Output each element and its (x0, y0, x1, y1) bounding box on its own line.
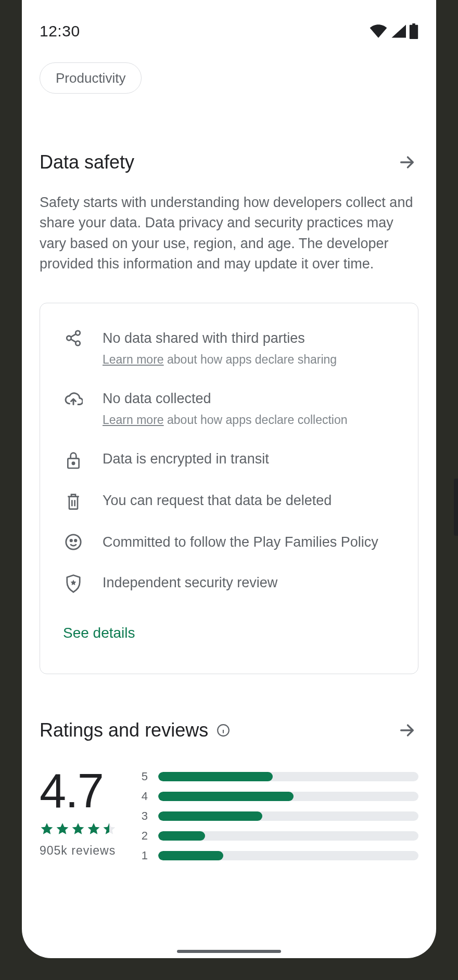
svg-point-0 (75, 330, 80, 335)
trash-icon (63, 491, 84, 511)
info-icon[interactable] (217, 724, 230, 737)
battery-icon (409, 23, 418, 39)
star-icon (86, 822, 101, 836)
ds-item-sub: Learn more about how apps declare sharin… (103, 352, 395, 368)
learn-more-link[interactable]: Learn more (103, 353, 164, 366)
wifi-icon (370, 24, 387, 38)
rating-bars: 5 4 3 2 1 (139, 767, 418, 862)
bar-label: 2 (139, 829, 148, 843)
svg-point-5 (66, 535, 81, 549)
rating-bar-row: 1 (139, 849, 418, 862)
ds-item-title: You can request that data be deleted (103, 491, 395, 510)
share-icon (63, 328, 84, 368)
bar-track (158, 811, 418, 821)
ratings-block: 4.7 905k reviews 5 4 (40, 767, 418, 862)
ds-item-title: No data shared with third parties (103, 328, 395, 348)
bar-fill (158, 772, 273, 781)
learn-more-link[interactable]: Learn more (103, 413, 164, 427)
home-indicator (177, 950, 281, 953)
bar-label: 3 (139, 809, 148, 823)
see-details-button[interactable]: See details (63, 625, 395, 641)
star-icon (71, 822, 85, 836)
data-safety-header[interactable]: Data safety (40, 151, 418, 174)
svg-point-2 (75, 341, 80, 345)
arrow-right-icon[interactable] (396, 719, 418, 742)
data-safety-title: Data safety (40, 151, 134, 173)
bar-track (158, 831, 418, 841)
ds-item-security-review: Independent security review (63, 573, 395, 594)
cell-signal-icon (390, 24, 406, 38)
bar-label: 4 (139, 790, 148, 803)
ds-item-families: Committed to follow the Play Families Po… (63, 532, 395, 552)
category-chip-productivity[interactable]: Productivity (40, 62, 142, 94)
ds-item-encryption: Data is encrypted in transit (63, 449, 395, 470)
ds-item-sharing: No data shared with third parties Learn … (63, 328, 395, 368)
bar-fill (158, 831, 205, 841)
rating-bar-row: 5 (139, 770, 418, 783)
arrow-right-icon[interactable] (396, 151, 418, 174)
ratings-header[interactable]: Ratings and reviews (40, 719, 418, 742)
rating-score: 4.7 (40, 767, 117, 815)
ds-item-collection: No data collected Learn more about how a… (63, 389, 395, 428)
bar-fill (158, 811, 262, 821)
ratings-title: Ratings and reviews (40, 719, 208, 741)
svg-point-4 (72, 462, 74, 465)
star-icon (40, 822, 54, 836)
rating-bar-row: 3 (139, 809, 418, 823)
ds-item-title: No data collected (103, 389, 395, 408)
star-half-icon (102, 822, 117, 836)
cloud-upload-icon (63, 389, 84, 428)
status-time: 12:30 (40, 22, 80, 40)
svg-point-7 (75, 540, 77, 541)
status-icons (370, 23, 418, 39)
bar-track (158, 851, 418, 860)
ds-item-sub: Learn more about how apps declare collec… (103, 412, 395, 428)
lock-icon (63, 449, 84, 470)
device-frame: 12:30 Productivity Data safety Safety st… (22, 0, 436, 958)
star-icon (55, 822, 70, 836)
status-bar: 12:30 (22, 0, 436, 47)
ds-item-title: Independent security review (103, 573, 395, 592)
rating-stars (40, 822, 117, 836)
bar-label: 5 (139, 770, 148, 783)
side-knob (454, 479, 458, 536)
shield-star-icon (63, 573, 84, 594)
bar-label: 1 (139, 849, 148, 862)
review-count: 905k reviews (40, 844, 117, 858)
svg-point-6 (70, 540, 72, 541)
bar-fill (158, 792, 294, 801)
data-safety-description: Safety starts with understanding how dev… (40, 192, 418, 275)
ds-item-deletion: You can request that data be deleted (63, 491, 395, 511)
chip-label: Productivity (56, 70, 125, 86)
bar-fill (158, 851, 223, 860)
bar-track (158, 772, 418, 781)
bar-track (158, 792, 418, 801)
family-face-icon (63, 532, 84, 552)
rating-bar-row: 2 (139, 829, 418, 843)
data-safety-card: No data shared with third parties Learn … (40, 303, 418, 675)
rating-bar-row: 4 (139, 790, 418, 803)
ds-item-title: Data is encrypted in transit (103, 449, 395, 469)
svg-point-1 (67, 336, 71, 340)
ds-item-title: Committed to follow the Play Families Po… (103, 532, 395, 552)
